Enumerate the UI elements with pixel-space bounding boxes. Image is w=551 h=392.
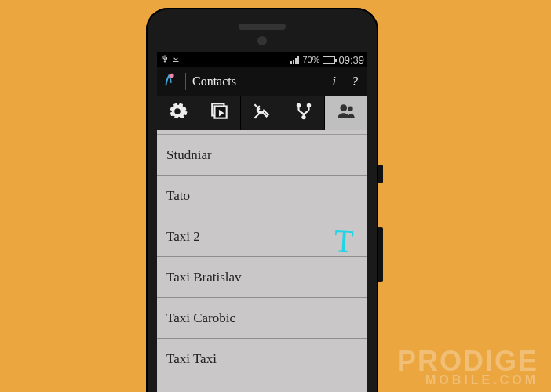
tools-icon	[251, 101, 272, 125]
usb-icon	[160, 54, 170, 65]
list-item[interactable]: Taxi 2	[157, 216, 367, 257]
phone-side-button	[378, 227, 383, 282]
list-item[interactable]: Taxi Carobic	[157, 298, 367, 339]
clock: 09:39	[338, 54, 364, 66]
phone-speaker	[239, 24, 286, 30]
play-stack-icon	[210, 101, 230, 125]
tab-gestures[interactable]	[283, 96, 326, 130]
divider	[185, 73, 186, 90]
phone-frame: 70% 09:39 Contacts i ?	[146, 8, 378, 392]
tab-contacts[interactable]	[325, 96, 367, 130]
list-item[interactable]: Studniar	[157, 135, 367, 176]
list-item[interactable]: The Bears	[157, 379, 367, 392]
svg-point-4	[307, 103, 311, 107]
battery-icon	[323, 56, 335, 64]
signal-icon	[290, 56, 299, 64]
gear-icon	[167, 101, 188, 125]
gesture-hand-icon	[162, 70, 179, 93]
contacts-icon	[336, 101, 356, 125]
contact-name: Taxi 2	[166, 229, 200, 245]
list-item[interactable]: Taxi Taxi	[157, 339, 367, 379]
contact-name: Tato	[166, 188, 190, 204]
branch-icon	[294, 101, 314, 125]
battery-percent: 70%	[302, 55, 319, 64]
status-bar: 70% 09:39	[157, 52, 367, 67]
help-button[interactable]: ?	[347, 74, 363, 89]
info-button[interactable]: i	[328, 74, 341, 89]
download-icon	[171, 54, 181, 65]
contact-name: Studniar	[166, 147, 212, 163]
svg-point-6	[340, 104, 347, 111]
contact-name: Taxi Carobic	[166, 310, 235, 326]
list-item[interactable]: Taxi Bratislav	[157, 257, 367, 298]
svg-point-7	[348, 107, 353, 112]
tab-bar	[157, 96, 367, 130]
watermark-line1: PRODIGE	[397, 349, 538, 374]
watermark: PRODIGE MOBILE.COM	[397, 349, 538, 386]
svg-point-0	[170, 74, 174, 78]
page-title: Contacts	[192, 74, 236, 89]
contacts-list[interactable]: Studniar Tato Taxi 2 Taxi Bratislav Taxi…	[157, 130, 367, 392]
contact-name: Taxi Taxi	[166, 351, 217, 367]
app-bar: Contacts i ?	[157, 67, 367, 96]
phone-camera	[257, 36, 267, 45]
svg-point-5	[301, 115, 305, 119]
phone-side-button	[378, 165, 383, 183]
tab-apps[interactable]	[199, 96, 242, 130]
svg-point-3	[297, 103, 301, 107]
tab-settings[interactable]	[157, 96, 199, 130]
tab-tools[interactable]	[241, 96, 283, 130]
list-item[interactable]: Tato	[157, 176, 367, 216]
contact-name: Taxi Bratislav	[166, 270, 242, 285]
screen: 70% 09:39 Contacts i ?	[157, 52, 367, 392]
